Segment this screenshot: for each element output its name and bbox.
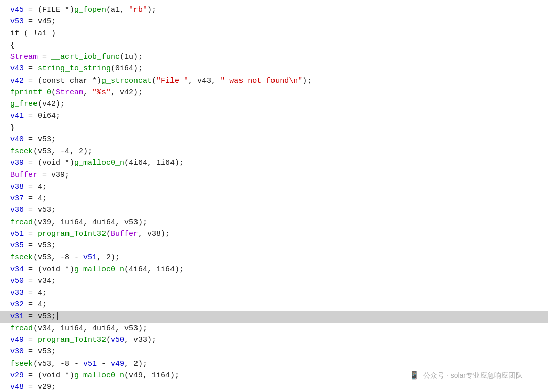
code-line-17: v37 = 4;	[0, 193, 548, 204]
code-line-28: fread(v34, 1ui64, 4ui64, v53);	[0, 323, 548, 334]
code-line-16: v38 = 4;	[0, 181, 548, 193]
code-line-5: Stream = __acrt_iob_func(1u);	[0, 51, 548, 63]
code-line-12: v40 = v53;	[0, 134, 548, 146]
code-line-33: v48 = v29;	[0, 381, 548, 392]
code-line-9: g_free(v42);	[0, 98, 548, 110]
code-line-22: fseek(v53, -8 - v51, 2);	[0, 252, 548, 263]
code-line-26: v32 = 4;	[0, 299, 548, 310]
code-line-20: v51 = program_ToInt32(Buffer, v38);	[0, 228, 548, 240]
watermark-text: 公众号 · solar专业应急响应团队	[423, 371, 523, 379]
code-line-11: }	[0, 122, 548, 134]
code-line-8: fprintf_0(Stream, "%s", v42);	[0, 87, 548, 98]
code-line-2: v53 = v45;	[0, 16, 548, 27]
wechat-icon: 📱	[409, 371, 419, 379]
code-line-10: v41 = 0i64;	[0, 110, 548, 122]
code-line-25: v33 = 4;	[0, 287, 548, 299]
code-line-7: v42 = (const char *)g_strconcat("File ",…	[0, 75, 548, 87]
code-line-21: v35 = v53;	[0, 240, 548, 252]
code-line-14: v39 = (void *)g_malloc0_n(4i64, 1i64);	[0, 157, 548, 169]
code-line-19: fread(v39, 1ui64, 4ui64, v53);	[0, 217, 548, 228]
code-line-30: v30 = v53;	[0, 346, 548, 358]
code-line-13: fseek(v53, -4, 2);	[0, 146, 548, 157]
watermark: 📱 公众号 · solar专业应急响应团队	[409, 369, 523, 382]
code-line-6: v43 = string_to_string(0i64);	[0, 63, 548, 75]
code-line-3: if ( !a1 )	[0, 28, 548, 40]
code-container: v45 = (FILE *)g_fopen(a1, "rb"); v53 = v…	[0, 0, 548, 392]
code-line-1: v45 = (FILE *)g_fopen(a1, "rb");	[0, 4, 548, 16]
code-line-18: v36 = v53;	[0, 204, 548, 216]
code-line-24: v50 = v34;	[0, 275, 548, 287]
code-line-23: v34 = (void *)g_malloc0_n(4i64, 1i64);	[0, 264, 548, 275]
code-line-31: fseek(v53, -8 - v51 - v49, 2);	[0, 358, 548, 370]
code-line-4: {	[0, 40, 548, 51]
code-line-29: v49 = program_ToInt32(v50, v33);	[0, 334, 548, 346]
text-cursor	[57, 312, 58, 320]
code-line-15: Buffer = v39;	[0, 169, 548, 181]
code-line-27: v31 = v53;	[0, 311, 548, 323]
